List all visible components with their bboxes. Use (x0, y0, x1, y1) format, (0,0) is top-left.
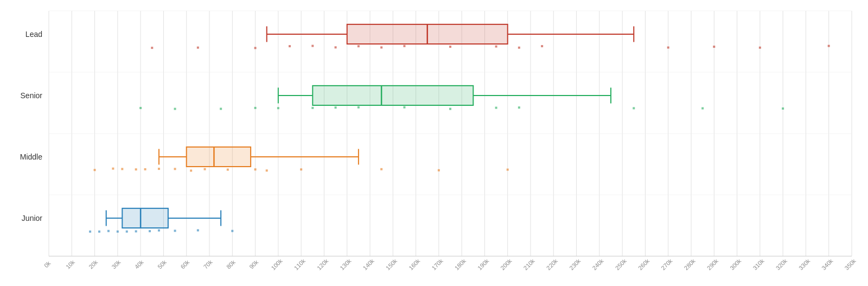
svg-rect-73 (220, 108, 222, 110)
boxplot-chart: 0k10k20k30k40k50k60k70k80k90k100k110k120… (0, 0, 868, 286)
svg-rect-104 (300, 168, 302, 170)
svg-rect-118 (126, 231, 128, 233)
svg-rect-123 (197, 229, 199, 231)
x-axis-label: 170k (430, 257, 444, 271)
x-axis-label: 100k (270, 257, 284, 271)
svg-rect-57 (449, 46, 451, 48)
svg-rect-54 (358, 45, 360, 47)
svg-rect-114 (89, 231, 91, 233)
chart-container: 0k10k20k30k40k50k60k70k80k90k100k110k120… (0, 0, 868, 286)
x-axis-label: 230k (568, 257, 582, 271)
svg-rect-82 (518, 106, 520, 109)
svg-rect-85 (782, 107, 784, 110)
x-axis-label: 220k (545, 257, 559, 271)
svg-rect-112 (122, 208, 168, 228)
category-label: Lead (25, 30, 42, 39)
svg-rect-119 (135, 230, 137, 232)
svg-rect-100 (204, 168, 206, 170)
svg-rect-77 (335, 106, 337, 109)
svg-rect-75 (277, 107, 279, 109)
svg-rect-105 (380, 168, 382, 170)
x-axis-label: 250k (614, 257, 628, 271)
svg-rect-122 (174, 230, 176, 232)
x-axis-label: 160k (407, 257, 422, 271)
x-axis-label: 340k (820, 257, 834, 271)
x-axis-label: 350k (843, 257, 857, 271)
x-axis-label: 320k (775, 257, 789, 271)
svg-rect-63 (759, 47, 761, 49)
svg-rect-90 (187, 147, 251, 167)
category-label: Senior (21, 91, 43, 100)
x-axis-label: 130k (339, 257, 353, 271)
x-axis-label: 180k (454, 257, 468, 271)
x-axis-label: 260k (637, 257, 651, 271)
svg-rect-64 (828, 45, 830, 47)
x-axis-label: 280k (682, 257, 697, 271)
svg-rect-102 (254, 168, 257, 170)
svg-rect-76 (311, 107, 314, 109)
category-label: Middle (20, 152, 42, 161)
svg-rect-94 (121, 168, 123, 170)
svg-rect-52 (311, 45, 314, 47)
x-axis-label: 70k (202, 258, 214, 270)
x-axis-label: 270k (660, 257, 674, 271)
svg-rect-60 (541, 45, 543, 47)
svg-rect-56 (403, 45, 405, 47)
svg-rect-61 (667, 47, 669, 49)
x-axis-label: 190k (476, 257, 490, 271)
x-axis-label: 290k (706, 257, 720, 271)
x-axis-label: 20k (87, 258, 99, 270)
svg-rect-50 (254, 47, 257, 49)
x-axis-label: 50k (156, 258, 168, 270)
svg-rect-49 (197, 47, 199, 49)
svg-rect-97 (158, 168, 160, 170)
svg-rect-120 (149, 230, 151, 232)
svg-rect-55 (380, 46, 382, 48)
x-axis-label: 80k (225, 258, 237, 270)
x-axis-label: 300k (729, 257, 743, 271)
svg-rect-121 (158, 230, 160, 232)
x-axis-label: 310k (751, 257, 765, 271)
svg-rect-101 (227, 169, 229, 171)
x-axis-label: 60k (179, 258, 190, 270)
svg-rect-71 (139, 107, 142, 109)
svg-rect-95 (135, 168, 137, 170)
x-axis-label: 90k (248, 258, 259, 270)
x-axis-label: 0k (43, 259, 52, 269)
svg-rect-103 (266, 169, 268, 171)
category-label: Junior (22, 214, 42, 223)
svg-rect-74 (254, 107, 257, 109)
svg-rect-59 (518, 47, 520, 49)
svg-rect-83 (633, 107, 635, 109)
x-axis-label: 10k (65, 258, 76, 270)
x-axis-label: 210k (522, 257, 536, 271)
x-axis-label: 330k (797, 257, 812, 271)
svg-rect-69 (312, 86, 473, 105)
svg-rect-80 (449, 108, 451, 110)
svg-rect-98 (174, 168, 176, 170)
x-axis-label: 30k (111, 258, 122, 270)
x-axis-label: 140k (361, 257, 375, 271)
svg-rect-72 (174, 108, 176, 110)
svg-rect-79 (403, 106, 405, 109)
svg-rect-96 (144, 168, 146, 170)
svg-rect-84 (701, 107, 704, 110)
x-axis-label: 110k (293, 257, 307, 271)
svg-rect-124 (231, 230, 233, 232)
x-axis-label: 200k (499, 257, 513, 271)
svg-rect-106 (438, 169, 440, 171)
svg-rect-62 (713, 46, 715, 48)
svg-rect-58 (495, 46, 497, 48)
svg-rect-51 (289, 45, 291, 47)
svg-rect-53 (335, 46, 337, 48)
svg-rect-107 (507, 169, 509, 171)
svg-rect-48 (151, 47, 153, 49)
x-axis-label: 40k (133, 258, 145, 270)
svg-rect-115 (98, 231, 100, 233)
svg-rect-78 (358, 106, 360, 109)
svg-rect-117 (117, 231, 119, 233)
svg-rect-116 (107, 230, 110, 232)
svg-rect-81 (495, 107, 497, 109)
x-axis-label: 150k (385, 257, 399, 271)
x-axis-label: 240k (591, 257, 605, 271)
